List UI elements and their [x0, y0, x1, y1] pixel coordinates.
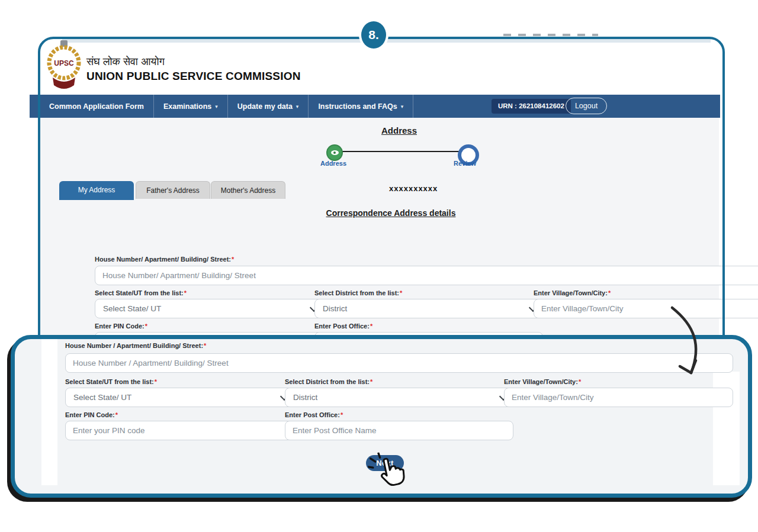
org-title-english: UNION PUBLIC SERVICE COMMISSION — [86, 70, 301, 83]
nav-item-label: Update my data — [237, 102, 293, 111]
corr-district-select[interactable]: District — [314, 299, 544, 318]
tab-my-address[interactable]: My Address — [59, 181, 134, 200]
caret-down-icon: ▾ — [401, 104, 404, 109]
perm-pin-label: Enter PIN Code:* — [65, 411, 118, 418]
page-title: Address — [340, 125, 458, 136]
perm-house-input[interactable] — [65, 353, 733, 373]
corr-district-label: Select District from the list:* — [314, 289, 402, 296]
perm-postoffice-input[interactable] — [285, 421, 513, 440]
nav-item-label: Common Application Form — [49, 102, 144, 111]
nav-update-my-data[interactable]: Update my data ▾ — [228, 95, 309, 118]
caret-down-icon: ▾ — [296, 104, 299, 109]
perm-district-select[interactable]: District — [285, 388, 515, 407]
tab-mothers-address[interactable]: Mother's Address — [211, 181, 285, 199]
corr-state-select[interactable]: Select State/ UT — [95, 299, 325, 318]
caret-down-icon: ▾ — [215, 104, 218, 109]
section-heading: Correspondence Address details — [302, 208, 480, 218]
step-label-review: Review — [438, 160, 492, 167]
corr-state-label: Select State/UT from the list:* — [95, 289, 187, 296]
nav-common-application-form[interactable]: Common Application Form — [39, 95, 154, 118]
step-label-address: Address — [307, 160, 360, 167]
nav-examinations[interactable]: Examinations ▾ — [154, 95, 228, 118]
logo-text: UPSC — [54, 59, 74, 67]
left-gutter — [41, 339, 57, 485]
corr-village-input[interactable] — [534, 299, 758, 318]
step-number-badge: 8. — [361, 21, 386, 49]
perm-village-label: Enter Village/Town/City:* — [504, 378, 581, 385]
zoom-callout: House Number / Apartment/ Building/ Stre… — [11, 335, 752, 498]
perm-village-input[interactable] — [504, 388, 733, 407]
nav-item-label: Examinations — [163, 102, 211, 111]
nav-instructions-faqs[interactable]: Instructions and FAQs ▾ — [309, 95, 413, 118]
perm-postoffice-label: Enter Post Office:* — [285, 411, 343, 418]
cursor-hand-icon — [365, 447, 410, 491]
corr-house-input[interactable] — [95, 266, 758, 285]
masked-name-text: xxxxxxxxxx — [389, 184, 438, 193]
perm-pin-input[interactable] — [65, 421, 294, 440]
perm-house-label: House Number / Apartment/ Building/ Stre… — [65, 342, 206, 349]
corr-village-label: Enter Village/Town/City:* — [534, 289, 611, 296]
tab-fathers-address[interactable]: Father's Address — [136, 181, 210, 199]
main-navbar: Common Application Form Examinations ▾ U… — [30, 95, 720, 118]
perm-state-select[interactable]: Select State/ UT — [65, 388, 296, 407]
nav-item-label: Instructions and FAQs — [318, 102, 397, 111]
logout-button[interactable]: Logout — [566, 98, 607, 114]
corr-house-label: House Number/ Apartment/ Building/ Stree… — [95, 256, 234, 263]
stepper-line — [334, 151, 464, 152]
perm-district-label: Select District from the list:* — [285, 378, 372, 385]
org-title-hindi: संघ लोक सेवा आयोग — [86, 56, 165, 68]
cropped-text-artifact — [503, 34, 598, 36]
eye-icon — [331, 150, 339, 155]
step-address-done[interactable] — [326, 144, 343, 161]
browser-chrome-strip — [62, 39, 711, 43]
corr-postoffice-label: Enter Post Office:* — [314, 323, 372, 330]
upsc-logo: UPSC — [45, 40, 83, 90]
perm-state-label: Select State/UT from the list:* — [65, 378, 157, 385]
corr-pin-label: Enter PIN Code:* — [95, 323, 147, 330]
urn-badge: URN : 262108412602 — [492, 99, 571, 114]
